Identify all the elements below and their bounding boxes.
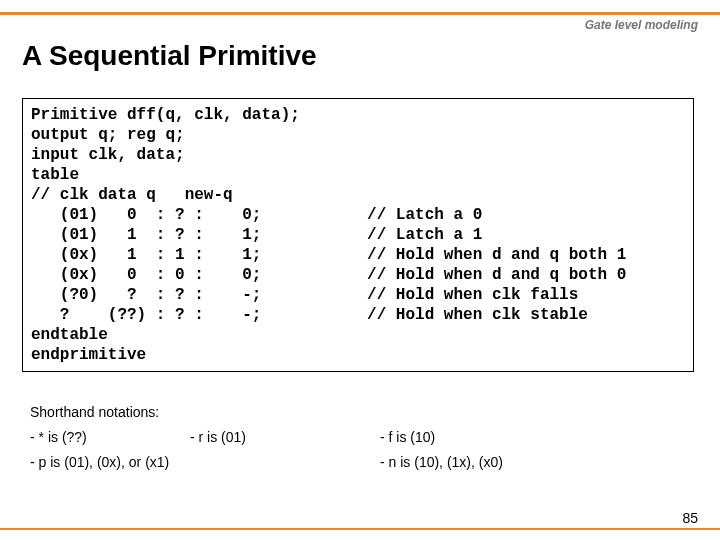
code-line: Primitive dff(q, clk, data); bbox=[31, 106, 300, 124]
code-line: input clk, data; bbox=[31, 146, 185, 164]
shorthand-item: - p is (01), (0x), or (x1) bbox=[30, 450, 330, 475]
code-line: endprimitive bbox=[31, 346, 146, 364]
code-line: (0x) 0 : 0 : 0; // Hold when d and q bot… bbox=[31, 266, 626, 284]
code-line: (01) 1 : ? : 1; // Latch a 1 bbox=[31, 226, 482, 244]
page-number: 85 bbox=[682, 510, 698, 526]
code-block: Primitive dff(q, clk, data); output q; r… bbox=[22, 98, 694, 372]
shorthand-heading: Shorthand notations: bbox=[30, 400, 580, 425]
section-label: Gate level modeling bbox=[585, 18, 698, 32]
code-line: output q; reg q; bbox=[31, 126, 185, 144]
shorthand-item: - n is (10), (1x), (x0) bbox=[330, 450, 580, 475]
footer-divider bbox=[0, 528, 720, 530]
code-line: (01) 0 : ? : 0; // Latch a 0 bbox=[31, 206, 482, 224]
slide-title: A Sequential Primitive bbox=[22, 40, 317, 72]
code-line: table bbox=[31, 166, 79, 184]
shorthand-item: - r is (01) bbox=[190, 425, 330, 450]
code-line: ? (??) : ? : -; // Hold when clk stable bbox=[31, 306, 588, 324]
shorthand-row: - * is (??) - r is (01) - f is (10) bbox=[30, 425, 580, 450]
code-line: (0x) 1 : 1 : 1; // Hold when d and q bot… bbox=[31, 246, 626, 264]
shorthand-item: - * is (??) bbox=[30, 425, 190, 450]
header-divider bbox=[0, 12, 720, 15]
shorthand-item: - f is (10) bbox=[330, 425, 580, 450]
shorthand-row: - p is (01), (0x), or (x1) - n is (10), … bbox=[30, 450, 580, 475]
code-line: (?0) ? : ? : -; // Hold when clk falls bbox=[31, 286, 578, 304]
shorthand-notes: Shorthand notations: - * is (??) - r is … bbox=[30, 400, 580, 476]
code-line: endtable bbox=[31, 326, 108, 344]
code-line: // clk data q new-q bbox=[31, 186, 233, 204]
